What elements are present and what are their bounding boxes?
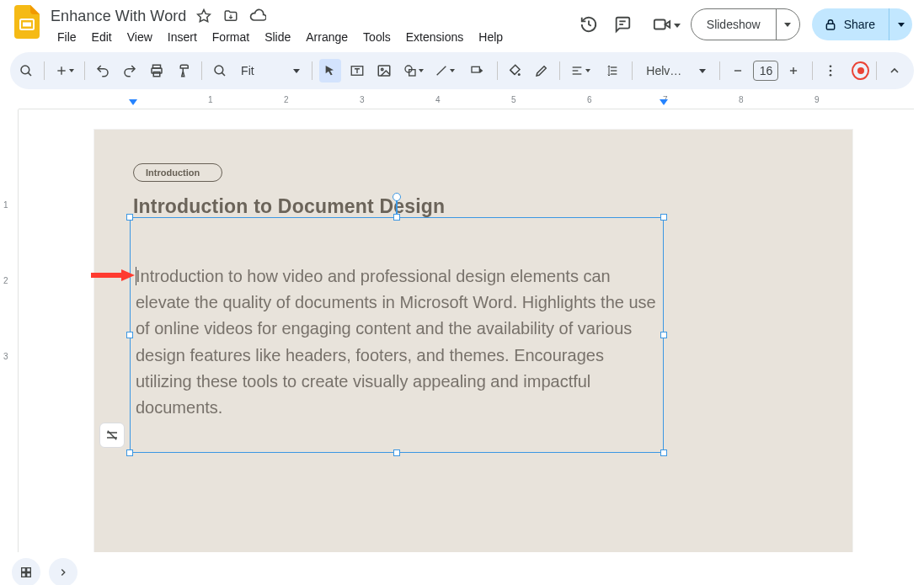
font-size-decrease[interactable] [726, 59, 750, 82]
speaker-notes-toggle[interactable] [99, 423, 125, 448]
zoom-label: Fit [241, 64, 261, 77]
menu-arrange[interactable]: Arrange [299, 27, 355, 47]
paint-format-button[interactable] [173, 59, 195, 82]
menubar: File Edit View Insert Format Slide Arran… [51, 25, 569, 47]
svg-marker-2 [198, 10, 211, 22]
present-controls[interactable] [463, 59, 490, 82]
meet-icon[interactable] [645, 13, 679, 35]
svg-rect-1 [23, 23, 31, 27]
share-dropdown[interactable] [889, 8, 912, 40]
zoom-tool-icon[interactable] [209, 59, 231, 82]
slideshow-label: Slideshow [707, 18, 761, 31]
menu-slide[interactable]: Slide [258, 27, 297, 47]
svg-rect-7 [826, 24, 834, 29]
svg-point-19 [382, 68, 383, 70]
redo-button[interactable] [119, 59, 141, 82]
linespacing-button[interactable] [599, 59, 626, 82]
border-color[interactable] [531, 59, 553, 82]
svg-point-15 [215, 66, 223, 74]
svg-rect-18 [378, 66, 390, 76]
indent-left-marker[interactable] [129, 99, 137, 105]
shape-tool[interactable] [400, 59, 427, 82]
line-tool[interactable] [431, 59, 458, 82]
horizontal-ruler: 1 2 3 4 5 6 7 8 9 [19, 94, 914, 109]
font-size-increase[interactable] [782, 59, 805, 82]
menu-format[interactable]: Format [206, 27, 256, 47]
svg-rect-45 [27, 568, 31, 572]
menu-tools[interactable]: Tools [356, 27, 398, 47]
slide-canvas[interactable]: Introduction Introduction to Document De… [19, 109, 914, 552]
document-title[interactable]: Enhance With Word [51, 8, 186, 25]
svg-rect-46 [22, 573, 26, 577]
svg-point-8 [21, 66, 29, 74]
svg-marker-40 [121, 269, 135, 281]
move-folder-icon[interactable] [222, 7, 240, 25]
star-icon[interactable] [195, 7, 213, 25]
lock-icon [824, 18, 837, 31]
textbox-tool[interactable] [346, 59, 368, 82]
svg-line-9 [28, 72, 31, 76]
vertical-ruler: 1 2 3 [0, 109, 19, 552]
new-slide-button[interactable] [51, 59, 78, 82]
svg-point-36 [830, 65, 832, 67]
menu-extensions[interactable]: Extensions [399, 27, 470, 47]
font-family-label: Helvet… [646, 64, 686, 77]
zoom-select[interactable]: Fit [236, 59, 305, 82]
history-icon[interactable] [578, 13, 600, 35]
annotation-arrow [91, 269, 135, 281]
bottom-bar [0, 552, 924, 585]
menu-file[interactable]: File [51, 27, 83, 47]
toolbar: Fit Helvet… [10, 52, 914, 89]
menu-insert[interactable]: Insert [161, 27, 204, 47]
svg-rect-21 [409, 70, 414, 76]
slideshow-button[interactable]: Slideshow [691, 8, 800, 40]
menu-help[interactable]: Help [472, 27, 510, 47]
comments-icon[interactable] [612, 13, 633, 35]
slide-section-pill[interactable]: Introduction [133, 163, 222, 182]
svg-rect-47 [27, 573, 31, 577]
collapse-toolbar-icon[interactable] [884, 59, 905, 82]
svg-point-37 [830, 70, 832, 72]
font-family-select[interactable]: Helvet… [639, 59, 712, 82]
rotate-handle[interactable] [393, 193, 401, 201]
slides-logo[interactable] [12, 7, 42, 37]
selected-textbox[interactable]: Introduction to how video and profession… [130, 217, 664, 453]
share-label: Share [844, 18, 875, 31]
fill-color[interactable] [504, 59, 526, 82]
svg-line-22 [437, 66, 446, 76]
record-indicator[interactable] [852, 61, 869, 80]
indent-right-marker[interactable] [660, 99, 668, 105]
cloud-saved-icon[interactable] [248, 7, 267, 25]
grid-view-button[interactable] [12, 558, 40, 585]
svg-rect-5 [654, 20, 665, 29]
svg-point-25 [518, 73, 521, 76]
slide[interactable]: Introduction Introduction to Document De… [94, 130, 852, 552]
search-menus-icon[interactable] [15, 59, 37, 82]
font-size-input[interactable] [753, 61, 778, 81]
align-button[interactable] [567, 59, 594, 82]
image-tool[interactable] [373, 59, 395, 82]
slideshow-dropdown[interactable] [776, 9, 799, 40]
menu-edit[interactable]: Edit [85, 27, 119, 47]
print-button[interactable] [146, 59, 168, 82]
share-button[interactable]: Share [812, 8, 912, 40]
more-tools-icon[interactable] [820, 59, 841, 82]
slide-body-text[interactable]: Introduction to how video and profession… [131, 218, 663, 452]
svg-point-38 [830, 74, 832, 77]
svg-rect-44 [22, 568, 26, 572]
svg-rect-23 [472, 66, 479, 72]
filmstrip-toggle-button[interactable] [49, 558, 77, 585]
menu-view[interactable]: View [120, 27, 159, 47]
svg-line-16 [222, 72, 226, 76]
undo-button[interactable] [92, 59, 114, 82]
svg-marker-24 [480, 68, 483, 72]
select-tool[interactable] [319, 59, 341, 82]
